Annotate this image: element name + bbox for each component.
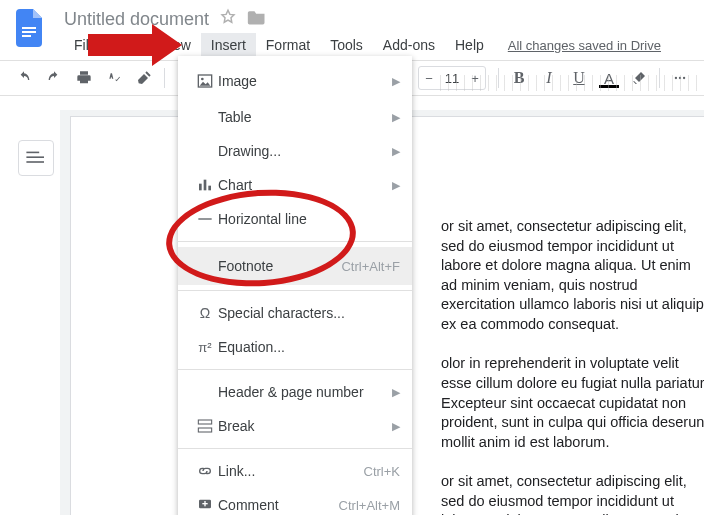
comment-icon xyxy=(192,497,218,513)
insert-equation[interactable]: π² Equation... xyxy=(178,330,412,364)
dd-label: Comment xyxy=(218,497,333,513)
dd-label: Header & page number xyxy=(218,384,392,400)
body-paragraph: or sit amet, consectetur adipiscing elit… xyxy=(441,217,704,334)
body-paragraph: olor in reprehenderit in voluptate velit… xyxy=(441,354,704,452)
link-icon xyxy=(192,463,218,479)
dd-label: Image xyxy=(218,73,392,89)
dd-label: Drawing... xyxy=(218,143,392,159)
svg-rect-6 xyxy=(26,152,39,154)
insert-drawing[interactable]: Drawing... ▶ xyxy=(178,134,412,168)
svg-rect-19 xyxy=(204,501,205,506)
dd-label: Equation... xyxy=(218,339,400,355)
pi-icon: π² xyxy=(192,340,218,355)
menu-separator xyxy=(178,448,412,449)
dd-shortcut: Ctrl+Alt+F xyxy=(341,259,400,274)
menu-separator xyxy=(178,290,412,291)
menu-insert[interactable]: Insert xyxy=(201,33,256,57)
submenu-arrow-icon: ▶ xyxy=(392,111,400,124)
submenu-arrow-icon: ▶ xyxy=(392,75,400,88)
insert-special-characters[interactable]: Ω Special characters... xyxy=(178,296,412,330)
docs-logo-icon[interactable] xyxy=(14,6,46,50)
insert-comment[interactable]: Comment Ctrl+Alt+M xyxy=(178,488,412,515)
chart-icon xyxy=(192,177,218,193)
menu-separator xyxy=(178,369,412,370)
svg-rect-16 xyxy=(198,428,211,432)
omega-icon: Ω xyxy=(192,305,218,321)
insert-table[interactable]: Table ▶ xyxy=(178,100,412,134)
menu-help[interactable]: Help xyxy=(445,33,494,57)
dd-label: Special characters... xyxy=(218,305,400,321)
submenu-arrow-icon: ▶ xyxy=(392,145,400,158)
insert-header-page-number[interactable]: Header & page number ▶ xyxy=(178,375,412,409)
save-status[interactable]: All changes saved in Drive xyxy=(508,38,661,53)
svg-rect-1 xyxy=(22,31,36,33)
annotation-arrow-icon xyxy=(88,24,188,69)
font-size-minus[interactable]: − xyxy=(419,71,439,86)
redo-button[interactable] xyxy=(40,64,68,92)
svg-rect-7 xyxy=(26,156,44,158)
svg-rect-11 xyxy=(199,184,202,191)
image-icon xyxy=(192,73,218,89)
menu-format[interactable]: Format xyxy=(256,33,320,57)
dd-label: Link... xyxy=(218,463,358,479)
insert-break[interactable]: Break ▶ xyxy=(178,409,412,443)
dd-shortcut: Ctrl+K xyxy=(364,464,400,479)
svg-rect-13 xyxy=(208,186,211,191)
menu-addons[interactable]: Add-ons xyxy=(373,33,445,57)
outline-toggle-button[interactable] xyxy=(18,140,54,176)
insert-image[interactable]: Image ▶ xyxy=(178,62,412,100)
body-paragraph: or sit amet, consectetur adipiscing elit… xyxy=(441,472,704,515)
break-icon xyxy=(192,418,218,434)
dd-label: Break xyxy=(218,418,392,434)
dd-shortcut: Ctrl+Alt+M xyxy=(339,498,400,513)
folder-icon[interactable] xyxy=(247,8,267,31)
undo-button[interactable] xyxy=(10,64,38,92)
submenu-arrow-icon: ▶ xyxy=(392,179,400,192)
svg-rect-15 xyxy=(198,420,211,424)
svg-rect-2 xyxy=(22,35,31,37)
submenu-arrow-icon: ▶ xyxy=(392,420,400,433)
svg-rect-8 xyxy=(26,161,44,163)
svg-rect-0 xyxy=(22,27,36,29)
menu-tools[interactable]: Tools xyxy=(320,33,373,57)
ruler xyxy=(440,75,700,91)
submenu-arrow-icon: ▶ xyxy=(392,386,400,399)
toolbar-separator xyxy=(164,68,165,88)
star-icon[interactable] xyxy=(219,8,237,31)
insert-dropdown: Image ▶ Table ▶ Drawing... ▶ Chart ▶ Hor… xyxy=(178,56,412,515)
svg-rect-12 xyxy=(204,180,207,191)
svg-point-10 xyxy=(201,78,204,81)
insert-link[interactable]: Link... Ctrl+K xyxy=(178,454,412,488)
dd-label: Table xyxy=(218,109,392,125)
